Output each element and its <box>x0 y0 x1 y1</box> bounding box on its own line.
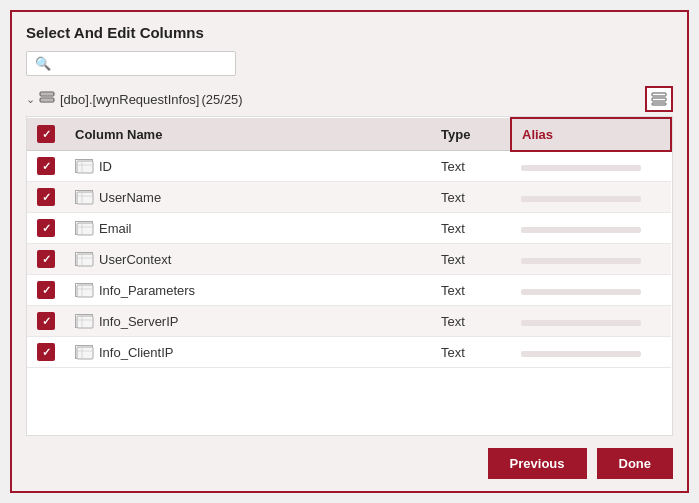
header-type: Type <box>431 118 511 151</box>
row-alias[interactable] <box>511 337 671 368</box>
row-column-name: Info_ServerIP <box>65 306 431 337</box>
alias-value <box>521 351 641 357</box>
settings-button[interactable] <box>645 86 673 112</box>
search-icon: 🔍 <box>35 56 51 71</box>
table-row: ✓ Info_ClientIP Text <box>27 337 671 368</box>
row-type: Text <box>431 244 511 275</box>
alias-value <box>521 258 641 264</box>
row-check-mark: ✓ <box>42 253 51 266</box>
table-row: ✓ Email Text <box>27 213 671 244</box>
field-icon <box>75 221 93 235</box>
row-column-name: ID <box>65 151 431 182</box>
select-edit-columns-dialog: Select And Edit Columns 🔍 ⌄ [dbo].[wynRe… <box>10 10 689 493</box>
table-row: ✓ UserName Text <box>27 182 671 213</box>
row-checkbox-cell[interactable]: ✓ <box>27 151 65 182</box>
row-check-mark: ✓ <box>42 346 51 359</box>
row-alias[interactable] <box>511 151 671 182</box>
alias-value <box>521 227 641 233</box>
svg-rect-10 <box>77 192 93 204</box>
svg-rect-13 <box>77 223 93 235</box>
table-row: ✓ ID Text <box>27 151 671 182</box>
table-row: ✓ Info_Parameters Text <box>27 275 671 306</box>
row-checkbox-cell[interactable]: ✓ <box>27 182 65 213</box>
header-check-mark: ✓ <box>42 128 51 141</box>
svg-rect-25 <box>77 347 93 359</box>
row-alias[interactable] <box>511 213 671 244</box>
column-name-text: Email <box>99 221 132 236</box>
row-checkbox-cell[interactable]: ✓ <box>27 275 65 306</box>
column-name-text: UserName <box>99 190 161 205</box>
table-count: (25/25) <box>201 92 242 107</box>
row-check-mark: ✓ <box>42 222 51 235</box>
field-icon <box>75 252 93 266</box>
row-column-name: Info_ClientIP <box>65 337 431 368</box>
previous-button[interactable]: Previous <box>488 448 587 479</box>
row-alias[interactable] <box>511 275 671 306</box>
svg-rect-19 <box>77 285 93 297</box>
done-button[interactable]: Done <box>597 448 674 479</box>
svg-rect-6 <box>652 103 666 105</box>
header-column-name: Column Name <box>65 118 431 151</box>
field-icon <box>75 190 93 204</box>
footer: Previous Done <box>26 448 673 479</box>
svg-rect-4 <box>652 93 666 96</box>
row-type: Text <box>431 306 511 337</box>
row-checkbox-cell[interactable]: ✓ <box>27 244 65 275</box>
column-name-text: UserContext <box>99 252 171 267</box>
field-icon <box>75 159 93 173</box>
row-type: Text <box>431 182 511 213</box>
svg-rect-16 <box>77 254 93 266</box>
column-name-text: Info_ClientIP <box>99 345 173 360</box>
field-icon <box>75 314 93 328</box>
svg-rect-5 <box>652 98 666 101</box>
row-alias[interactable] <box>511 306 671 337</box>
row-check-mark: ✓ <box>42 160 51 173</box>
alias-value <box>521 165 641 171</box>
row-check-mark: ✓ <box>42 284 51 297</box>
table-header-row: ⌄ [dbo].[wynRequestInfos] (25/25) <box>26 86 673 112</box>
column-name-text: Info_Parameters <box>99 283 195 298</box>
alias-value <box>521 196 641 202</box>
row-checkbox-cell[interactable]: ✓ <box>27 213 65 244</box>
row-column-name: UserContext <box>65 244 431 275</box>
table-row: ✓ UserContext Text <box>27 244 671 275</box>
header-checkbox-cell[interactable]: ✓ <box>27 118 65 151</box>
database-icon <box>39 91 55 108</box>
row-type: Text <box>431 151 511 182</box>
table-name: [dbo].[wynRequestInfos] <box>60 92 199 107</box>
dialog-title: Select And Edit Columns <box>26 24 673 41</box>
row-alias[interactable] <box>511 182 671 213</box>
row-check-mark: ✓ <box>42 315 51 328</box>
table-section: ⌄ [dbo].[wynRequestInfos] (25/25) <box>26 86 673 436</box>
alias-value <box>521 289 641 295</box>
search-input[interactable] <box>55 56 227 71</box>
table-row: ✓ Info_ServerIP Text <box>27 306 671 337</box>
row-alias[interactable] <box>511 244 671 275</box>
row-column-name: Info_Parameters <box>65 275 431 306</box>
column-name-text: ID <box>99 159 112 174</box>
row-checkbox-cell[interactable]: ✓ <box>27 306 65 337</box>
row-checkbox-cell[interactable]: ✓ <box>27 337 65 368</box>
columns-table: ✓ Column Name Type Alias ✓ I <box>26 116 673 436</box>
search-bar: 🔍 <box>26 51 236 76</box>
row-column-name: Email <box>65 213 431 244</box>
row-type: Text <box>431 213 511 244</box>
row-type: Text <box>431 337 511 368</box>
field-icon <box>75 283 93 297</box>
row-type: Text <box>431 275 511 306</box>
column-name-text: Info_ServerIP <box>99 314 179 329</box>
header-alias: Alias <box>511 118 671 151</box>
row-check-mark: ✓ <box>42 191 51 204</box>
svg-rect-7 <box>77 161 93 173</box>
row-column-name: UserName <box>65 182 431 213</box>
collapse-icon[interactable]: ⌄ <box>26 93 35 106</box>
svg-rect-22 <box>77 316 93 328</box>
field-icon <box>75 345 93 359</box>
alias-value <box>521 320 641 326</box>
